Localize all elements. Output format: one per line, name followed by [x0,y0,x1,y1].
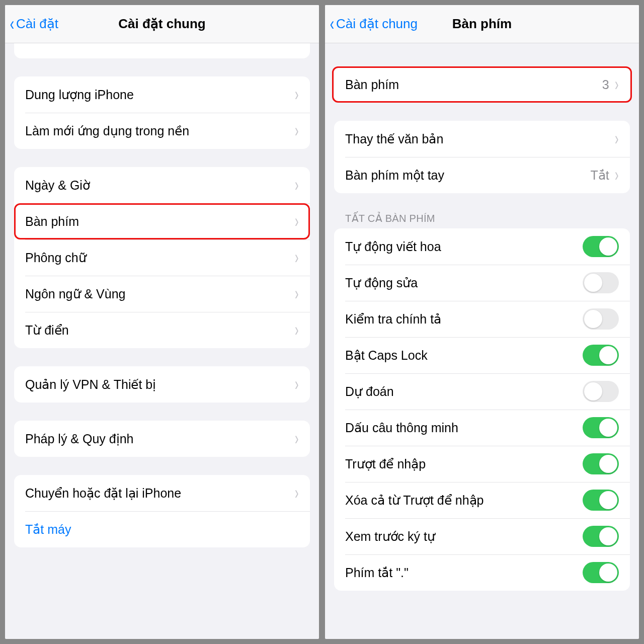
toggle-label: Trượt để nhập [345,457,583,471]
list-item-label: Bàn phím một tay [345,168,590,183]
toggle-knob [599,527,617,545]
list-item-label: Bàn phím [25,214,294,229]
toggle-label: Bật Caps Lock [345,348,583,363]
toggle-row: Dự đoán [334,373,630,410]
toggle-label: Xem trước ký tự [345,529,583,544]
list-item-label: Ngày & Giờ [25,178,294,193]
chevron-right-icon: › [295,211,298,232]
navbar: ‹ Cài đặt Cài đặt chung [5,5,319,43]
back-button[interactable]: ‹ Cài đặt chung [329,15,418,33]
chevron-right-icon: › [615,128,618,149]
toggle-switch[interactable] [583,490,619,511]
list-item-label: Quản lý VPN & Thiết bị [25,377,294,392]
toggle-label: Dự đoán [345,384,583,399]
toggle-switch[interactable] [583,308,619,330]
toggle-knob [584,274,602,292]
list-item-label: Pháp lý & Quy định [25,432,294,446]
group-text-options: Thay thế văn bản › Bàn phím một tay Tắt … [334,121,630,193]
list-item-value: 3 [602,77,609,92]
group-date-keyboard: Ngày & Giờ › Bàn phím › Phông chữ › Ngôn… [14,167,310,348]
toggle-knob [599,564,617,582]
toggle-knob [584,310,602,328]
toggle-label: Tự động viết hoa [345,239,583,254]
list-item-label: Thay thế văn bản [345,132,614,146]
list-item[interactable] [14,43,310,58]
toggle-row: Xóa cả từ Trượt để nhập [334,482,630,518]
list-item-shutdown[interactable]: Tắt máy [14,511,310,547]
list-item-vpn-device[interactable]: Quản lý VPN & Thiết bị › [14,366,310,403]
group-all-keyboards: Tự động viết hoaTự động sửaKiểm tra chín… [334,228,630,591]
screen-general-settings: ‹ Cài đặt Cài đặt chung Dung lượng iPhon… [5,5,319,639]
list-item-iphone-storage[interactable]: Dung lượng iPhone › [14,76,310,113]
list-item-background-refresh[interactable]: Làm mới ứng dụng trong nền › [14,113,310,149]
back-label: Cài đặt chung [336,16,418,32]
list-item-text-replacement[interactable]: Thay thế văn bản › [334,121,630,157]
section-header-all-keyboards: TẤT CẢ BÀN PHÍM [345,212,619,224]
toggle-label: Dấu câu thông minh [345,421,583,435]
chevron-right-icon: › [295,247,298,268]
chevron-right-icon: › [295,84,298,105]
toggle-knob [599,419,617,437]
toggle-row: Tự động viết hoa [334,228,630,265]
toggle-row: Xem trước ký tự [334,518,630,554]
list-item-keyboards[interactable]: Bàn phím 3 › [334,66,630,103]
toggle-switch[interactable] [583,236,619,257]
content: Dung lượng iPhone › Làm mới ứng dụng tro… [5,43,319,639]
toggle-knob [599,346,617,364]
toggle-switch[interactable] [583,453,619,474]
toggle-row: Kiểm tra chính tả [334,301,630,337]
group-vpn: Quản lý VPN & Thiết bị › [14,366,310,403]
list-item-language-region[interactable]: Ngôn ngữ & Vùng › [14,276,310,312]
list-item-legal[interactable]: Pháp lý & Quy định › [14,421,310,457]
back-label: Cài đặt [16,16,58,32]
list-item-label: Bàn phím [345,77,602,92]
toggle-label: Kiểm tra chính tả [345,312,583,327]
list-item-label: Làm mới ứng dụng trong nền [25,124,294,138]
toggle-knob [584,382,602,400]
toggle-knob [599,455,617,473]
toggle-switch[interactable] [583,417,619,438]
toggle-switch[interactable] [583,526,619,547]
list-item-dictionary[interactable]: Từ điển › [14,312,310,348]
group-partial-top [14,43,310,58]
content: Bàn phím 3 › Thay thế văn bản › Bàn phím… [325,43,639,639]
toggle-switch[interactable] [583,272,619,293]
group-storage: Dung lượng iPhone › Làm mới ứng dụng tro… [14,76,310,149]
toggle-knob [599,491,617,509]
chevron-left-icon: ‹ [10,15,14,33]
list-item-label: Từ điển [25,323,294,338]
toggle-label: Phím tắt "." [345,566,583,580]
chevron-right-icon: › [295,374,298,395]
chevron-right-icon: › [295,482,298,504]
chevron-right-icon: › [295,283,298,304]
chevron-right-icon: › [295,428,298,449]
toggle-row: Trượt để nhập [334,446,630,482]
toggle-knob [599,237,617,256]
list-item-fonts[interactable]: Phông chữ › [14,239,310,276]
list-item-label: Phông chữ [25,251,294,265]
group-reset: Chuyển hoặc đặt lại iPhone › Tắt máy [14,475,310,547]
toggle-switch[interactable] [583,345,619,366]
list-item-keyboard[interactable]: Bàn phím › [14,203,310,239]
toggle-row: Tự động sửa [334,265,630,301]
chevron-left-icon: ‹ [330,15,334,33]
toggle-switch[interactable] [583,562,619,583]
toggle-label: Tự động sửa [345,276,583,290]
list-item-date-time[interactable]: Ngày & Giờ › [14,167,310,203]
list-item-label: Dung lượng iPhone [25,88,294,102]
chevron-right-icon: › [615,165,618,186]
chevron-right-icon: › [615,74,618,95]
group-legal: Pháp lý & Quy định › [14,421,310,457]
toggle-switch[interactable] [583,381,619,402]
list-item-transfer-reset[interactable]: Chuyển hoặc đặt lại iPhone › [14,475,310,511]
toggle-row: Phím tắt "." [334,554,630,591]
chevron-right-icon: › [295,319,298,341]
list-item-label: Chuyển hoặc đặt lại iPhone [25,486,294,501]
back-button[interactable]: ‹ Cài đặt [9,15,58,33]
list-item-label: Ngôn ngữ & Vùng [25,287,294,301]
chevron-right-icon: › [295,175,298,196]
list-item-one-hand-keyboard[interactable]: Bàn phím một tay Tắt › [334,157,630,193]
group-keyboards: Bàn phím 3 › [334,66,630,103]
chevron-right-icon: › [295,120,298,141]
toggle-label: Xóa cả từ Trượt để nhập [345,493,583,508]
